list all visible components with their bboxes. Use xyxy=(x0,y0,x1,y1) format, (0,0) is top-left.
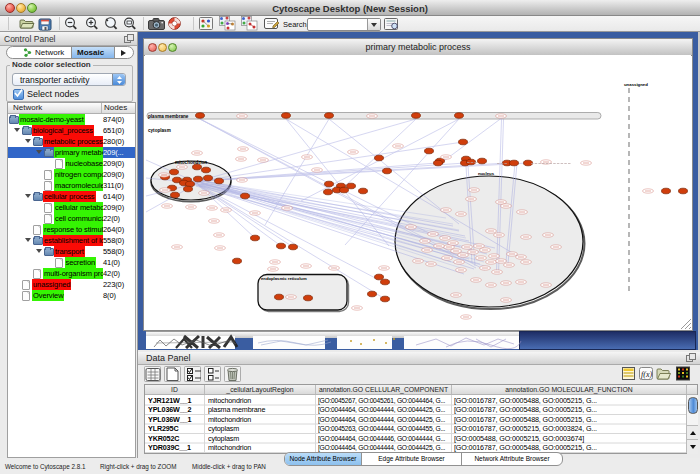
svg-text:plasma membrane: plasma membrane xyxy=(148,114,189,119)
svg-text:endoplasmic reticulum: endoplasmic reticulum xyxy=(261,276,307,281)
svg-text:cytoplasm: cytoplasm xyxy=(148,128,171,133)
svg-text:nucleus: nucleus xyxy=(478,171,495,176)
svg-text:unassigned: unassigned xyxy=(624,82,648,87)
svg-text:mitochondrion: mitochondrion xyxy=(175,160,207,165)
svg-text:f(x): f(x) xyxy=(641,370,652,379)
